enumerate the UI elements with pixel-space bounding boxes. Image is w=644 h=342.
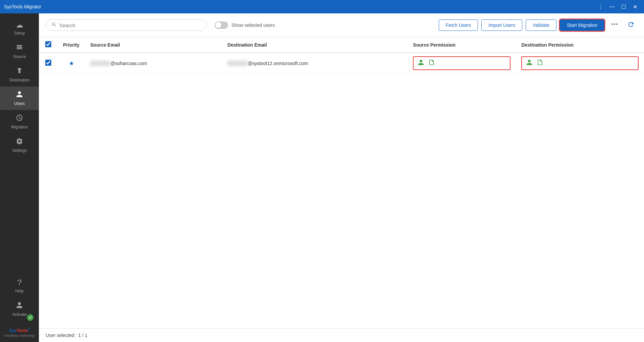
col-source-email: Source Email [85, 37, 222, 53]
svg-rect-0 [17, 45, 22, 46]
row-checkbox-cell [39, 53, 58, 74]
col-checkbox [39, 37, 58, 53]
sidebar-label-migration: Migration [11, 125, 28, 129]
row-checkbox[interactable] [45, 60, 51, 66]
sidebar-label-setup: Setup [14, 31, 24, 36]
source-icon [16, 44, 23, 53]
source-person-permission-icon[interactable] [418, 59, 424, 67]
toolbar: Show selected users Fetch Users Import U… [39, 13, 644, 37]
sidebar-item-users[interactable]: Users [0, 87, 39, 110]
maximize-button[interactable]: ☐ [619, 2, 629, 12]
window-controls: ⋮ — ☐ ✕ [596, 2, 640, 12]
users-icon [16, 91, 23, 100]
logo-text: SysTools® [4, 328, 35, 333]
show-selected-label: Show selected users [231, 22, 275, 28]
help-icon: ? [17, 278, 21, 287]
svg-rect-2 [17, 48, 22, 49]
sidebar-label-destination: Destination [9, 78, 30, 82]
sidebar-item-source[interactable]: Source [0, 40, 39, 63]
toggle-knob [215, 22, 221, 28]
table-row: ★ ██████@soharcoas.com ██████@systool12.… [39, 53, 644, 74]
window-menu-button[interactable]: ⋮ [596, 2, 606, 12]
activate-badge: ✓ [27, 314, 34, 321]
more-options-button[interactable] [608, 19, 621, 32]
table-header-row: Priority Source Email Destination Email … [39, 37, 644, 53]
validate-button[interactable]: Validate [526, 19, 556, 31]
row-source-email-cell: ██████@soharcoas.com [85, 53, 222, 74]
cloud-icon: ☁ [16, 21, 23, 30]
sidebar-item-help[interactable]: ? Help [0, 274, 39, 297]
settings-icon [16, 137, 23, 147]
search-box[interactable] [46, 19, 207, 31]
sidebar-label-users: Users [14, 101, 24, 106]
sidebar-item-destination[interactable]: Destination [0, 63, 39, 87]
sidebar-bottom: ? Help Activate ✓ [0, 274, 39, 324]
app-container: ☁ Setup Source Destination [0, 13, 644, 342]
search-icon [51, 22, 57, 28]
start-migration-button[interactable]: Start Migration [560, 19, 604, 31]
sidebar-item-migration[interactable]: Migration [0, 110, 39, 133]
col-source-permission: Source Permission [408, 37, 516, 53]
sidebar-label-settings: Settings [12, 148, 26, 153]
select-all-checkbox[interactable] [45, 41, 51, 47]
source-file-permission-icon[interactable] [428, 59, 435, 67]
sidebar-label-help: Help [15, 289, 24, 293]
main-content: Show selected users Fetch Users Import U… [39, 13, 644, 342]
app-title-area: SysTools Migrator [4, 4, 41, 9]
row-dest-permission-cell [516, 53, 644, 74]
sidebar-item-activate[interactable]: Activate ✓ [0, 297, 39, 321]
col-destination-email: Destination Email [222, 37, 408, 53]
sidebar-label-activate: Activate [12, 312, 27, 317]
fetch-users-button[interactable]: Fetch Users [439, 19, 478, 31]
col-destination-permission: Destination Permission [516, 37, 644, 53]
logo-area: SysTools® Simplifying Technology [1, 324, 37, 339]
import-users-button[interactable]: Import Users [481, 19, 522, 31]
svg-rect-1 [17, 47, 22, 48]
title-bar: SysTools Migrator ⋮ — ☐ ✕ [0, 0, 644, 13]
user-selected-status: User selected : 1 / 1 [46, 333, 88, 338]
sidebar-item-settings[interactable]: Settings [0, 133, 39, 157]
activate-icon [16, 301, 23, 311]
source-email-domain: @soharcoas.com [110, 61, 147, 66]
status-bar: User selected : 1 / 1 [39, 328, 644, 342]
toolbar-actions: Fetch Users Import Users Validate Start … [439, 19, 637, 32]
row-priority-cell: ★ [58, 53, 85, 74]
row-source-permission-cell [408, 53, 516, 74]
svg-point-6 [616, 23, 618, 25]
dest-permission-container [521, 56, 639, 70]
show-selected-toggle[interactable] [215, 21, 228, 29]
svg-point-5 [614, 23, 615, 25]
row-dest-email-cell: ██████@systool12.onmicrosoft.com [222, 53, 408, 74]
sidebar-label-source: Source [13, 54, 26, 59]
sidebar: ☁ Setup Source Destination [0, 13, 39, 342]
minimize-button[interactable]: — [607, 2, 617, 12]
logo-tagline: Simplifying Technology [4, 334, 35, 337]
dest-file-permission-icon[interactable] [537, 59, 543, 67]
dest-email-domain: @systool12.onmicrosoft.com [248, 61, 308, 66]
search-input[interactable] [59, 22, 201, 28]
users-table: Priority Source Email Destination Email … [39, 37, 644, 74]
sidebar-item-setup[interactable]: ☁ Setup [0, 17, 39, 40]
refresh-button[interactable] [625, 19, 637, 31]
dest-email-blur: ██████ [227, 61, 248, 66]
table-area: Priority Source Email Destination Email … [39, 37, 644, 328]
col-priority: Priority [58, 37, 85, 53]
source-email-blur: ██████ [90, 61, 110, 66]
destination-icon [16, 67, 23, 76]
svg-point-4 [611, 23, 613, 25]
source-permission-container [413, 56, 511, 70]
migration-icon [16, 114, 23, 123]
close-button[interactable]: ✕ [630, 2, 640, 12]
app-title: SysTools Migrator [4, 4, 41, 9]
dest-person-permission-icon[interactable] [526, 59, 533, 67]
priority-star-icon[interactable]: ★ [69, 60, 74, 67]
show-selected-toggle-area: Show selected users [215, 21, 275, 29]
